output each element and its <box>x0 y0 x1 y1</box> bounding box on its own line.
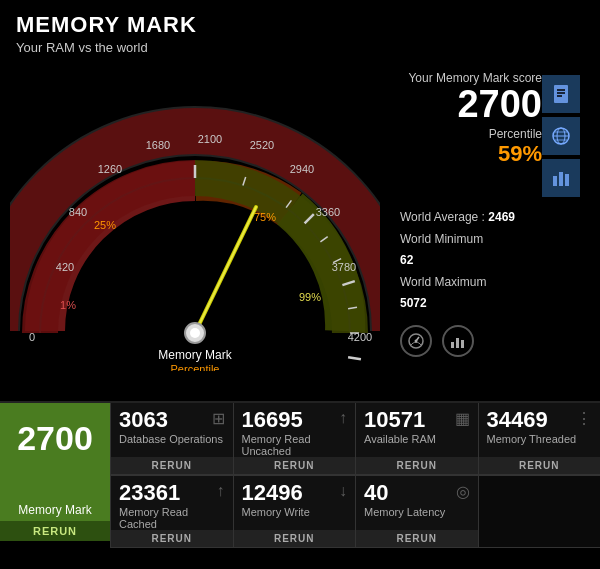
percentile-value: 59% <box>400 141 542 167</box>
main-score: 2700 <box>17 421 93 455</box>
main-rerun-button[interactable]: RERUN <box>0 521 110 541</box>
gauge-label-840: 840 <box>69 206 87 218</box>
compare-icon[interactable] <box>542 159 580 197</box>
gauge-pct-99: 99% <box>299 291 321 303</box>
threaded-icon: ⋮ <box>576 409 592 428</box>
bench-cell-threaded: 34469 ⋮ Memory Threaded RERUN <box>478 403 601 475</box>
bench-ar-label: Available RAM <box>364 433 470 457</box>
avg-label: World Average : <box>400 210 485 224</box>
world-stats: World Average : 2469 World Minimum 62 Wo… <box>400 207 580 315</box>
right-icons <box>542 75 580 197</box>
svg-rect-32 <box>559 172 563 186</box>
gauge-label-420: 420 <box>56 261 74 273</box>
gauge-pct-1: 1% <box>60 299 76 311</box>
gauge-label-1260: 1260 <box>98 163 122 175</box>
db-icon: ⊞ <box>212 409 225 428</box>
gauge-pct-25: 25% <box>94 219 116 231</box>
app-subtitle: Your RAM vs the world <box>16 40 584 55</box>
gauge-label-4200: 4200 <box>348 331 372 343</box>
svg-rect-22 <box>554 85 568 103</box>
globe-icon[interactable] <box>542 117 580 155</box>
read-uncached-icon: ↑ <box>339 409 347 427</box>
header: MEMORY MARK Your RAM vs the world <box>0 0 600 61</box>
percentile-label: Percentile <box>400 127 542 141</box>
gauge-label-2940: 2940 <box>290 163 314 175</box>
bench-mt-rerun[interactable]: RERUN <box>479 457 601 474</box>
bench-ml-rerun[interactable]: RERUN <box>356 530 478 547</box>
avail-ram-icon: ▦ <box>455 409 470 428</box>
speedometer-icon[interactable] <box>400 325 432 357</box>
bench-rc-value: 23361 <box>119 482 180 504</box>
bench-cell-latency: 40 ◎ Memory Latency RERUN <box>355 475 478 548</box>
avg-value: 2469 <box>488 210 515 224</box>
svg-rect-38 <box>456 338 459 348</box>
bench-ml-label: Memory Latency <box>364 506 470 530</box>
bench-grid: 3063 ⊞ Database Operations RERUN 16695 ↑… <box>110 403 600 541</box>
bench-db-label: Database Operations <box>119 433 225 457</box>
report-icon[interactable] <box>542 75 580 113</box>
gauge-label-0: 0 <box>29 331 35 343</box>
bench-rc-rerun[interactable]: RERUN <box>111 530 233 547</box>
gauge-area: 0 420 840 1260 1680 2100 2520 2940 3360 … <box>0 61 600 401</box>
score-value: 2700 <box>400 85 542 123</box>
bench-ar-value: 10571 <box>364 409 425 431</box>
gauge-label-3360: 3360 <box>316 206 340 218</box>
chart-icons <box>400 325 580 357</box>
gauge-text-sub: Percentile <box>171 363 220 371</box>
bench-ru-label: Memory Read Uncached <box>242 433 348 457</box>
main-score-box: 2700 Memory Mark RERUN <box>0 403 110 541</box>
bench-cell-read-uncached: 16695 ↑ Memory Read Uncached RERUN <box>233 403 356 475</box>
barchart-icon[interactable] <box>442 325 474 357</box>
read-cached-icon: ↑ <box>217 482 225 500</box>
bench-ar-rerun[interactable]: RERUN <box>356 457 478 474</box>
bench-mt-label: Memory Threaded <box>487 433 593 457</box>
bench-cell-db: 3063 ⊞ Database Operations RERUN <box>110 403 233 475</box>
svg-rect-39 <box>461 340 464 348</box>
bench-cell-write: 12496 ↓ Memory Write RERUN <box>233 475 356 548</box>
bench-db-value: 3063 <box>119 409 168 431</box>
svg-line-10 <box>348 357 361 359</box>
right-panel: Your Memory Mark score 2700 Percentile 5… <box>380 61 590 401</box>
gauge-label-3780: 3780 <box>332 261 356 273</box>
svg-line-20 <box>195 207 256 333</box>
svg-point-36 <box>415 339 418 342</box>
bench-mw-label: Memory Write <box>242 506 348 530</box>
benchmarks: 2700 Memory Mark RERUN 3063 ⊞ Database O… <box>0 401 600 541</box>
bench-cell-read-cached: 23361 ↑ Memory Read Cached RERUN <box>110 475 233 548</box>
bench-cell-empty <box>478 475 601 548</box>
svg-point-21 <box>190 328 200 338</box>
gauge-pct-75: 75% <box>254 211 276 223</box>
bench-ml-value: 40 <box>364 482 388 504</box>
svg-rect-33 <box>565 174 569 186</box>
write-icon: ↓ <box>339 482 347 500</box>
min-value: 62 <box>400 253 413 267</box>
gauge-label-1680: 1680 <box>146 139 170 151</box>
gauge-label-2520: 2520 <box>250 139 274 151</box>
app-title: MEMORY MARK <box>16 12 584 38</box>
max-label: World Maximum <box>400 275 486 289</box>
gauge-svg: 0 420 840 1260 1680 2100 2520 2940 3360 … <box>10 61 380 371</box>
bench-mw-rerun[interactable]: RERUN <box>234 530 356 547</box>
svg-rect-31 <box>553 176 557 186</box>
bench-mw-value: 12496 <box>242 482 303 504</box>
bench-cell-avail-ram: 10571 ▦ Available RAM RERUN <box>355 403 478 475</box>
min-label: World Minimum <box>400 232 483 246</box>
main-score-label: Memory Mark <box>18 503 91 517</box>
latency-icon: ◎ <box>456 482 470 501</box>
bench-db-rerun[interactable]: RERUN <box>111 457 233 474</box>
bench-ru-value: 16695 <box>242 409 303 431</box>
max-value: 5072 <box>400 296 427 310</box>
bench-rc-label: Memory Read Cached <box>119 506 225 530</box>
bench-mt-value: 34469 <box>487 409 548 431</box>
svg-rect-37 <box>451 342 454 348</box>
gauge-text-main: Memory Mark <box>158 348 232 362</box>
gauge-label-2100: 2100 <box>198 133 222 145</box>
gauge-container: 0 420 840 1260 1680 2100 2520 2940 3360 … <box>10 61 380 391</box>
bench-ru-rerun[interactable]: RERUN <box>234 457 356 474</box>
